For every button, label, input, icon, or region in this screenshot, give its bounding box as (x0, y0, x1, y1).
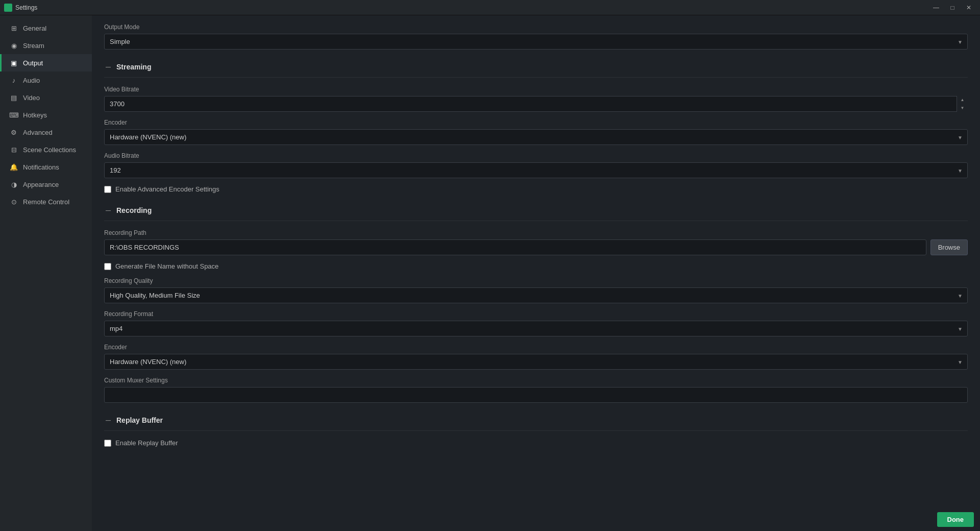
sidebar-icon-video: ▤ (10, 93, 18, 102)
sidebar-icon-notifications: 🔔 (10, 163, 18, 171)
sidebar-label-audio: Audio (23, 77, 40, 84)
video-bitrate-down[interactable]: ▼ (957, 104, 968, 112)
audio-bitrate-label: Audio Bitrate (104, 152, 968, 159)
sidebar-item-stream[interactable]: ◉ Stream (0, 37, 92, 54)
sidebar-item-appearance[interactable]: ◑ Appearance (0, 176, 92, 193)
sidebar-icon-advanced: ⚙ (10, 128, 18, 136)
sidebar-icon-stream: ◉ (10, 41, 18, 50)
sidebar-label-output: Output (23, 59, 43, 67)
recording-encoder-field: Encoder Hardware (NVENC) (new)Software (… (104, 344, 968, 370)
sidebar-icon-general: ⊞ (10, 24, 18, 32)
sidebar-item-remote-control[interactable]: ⊙ Remote Control (0, 193, 92, 210)
recording-encoder-label: Encoder (104, 344, 968, 351)
custom-muxer-label: Custom Muxer Settings (104, 377, 968, 384)
recording-path-label: Recording Path (104, 229, 968, 236)
audio-bitrate-wrapper: 192128160256320 ▼ (104, 162, 968, 178)
footer: Done (931, 508, 981, 531)
sidebar-icon-scene-collections: ⊟ (10, 146, 18, 154)
video-bitrate-label: Video Bitrate (104, 86, 968, 93)
sidebar-item-scene-collections[interactable]: ⊟ Scene Collections (0, 141, 92, 158)
close-button[interactable]: ✕ (962, 3, 976, 13)
output-mode-wrapper: SimpleAdvanced ▼ (104, 34, 968, 50)
enable-replay-checkbox[interactable] (104, 440, 111, 447)
recording-section: — Recording Recording Path Browse Genera… (104, 200, 968, 403)
replay-buffer-collapse-btn[interactable]: — (104, 416, 112, 424)
streaming-header: — Streaming (104, 57, 968, 78)
sidebar-label-advanced: Advanced (23, 129, 53, 136)
streaming-encoder-field: Encoder Hardware (NVENC) (new)Software (… (104, 119, 968, 145)
recording-path-input[interactable] (104, 239, 926, 255)
window-title: Settings (15, 4, 37, 11)
enable-advanced-label[interactable]: Enable Advanced Encoder Settings (115, 185, 219, 193)
streaming-encoder-select[interactable]: Hardware (NVENC) (new)Software (x264)Har… (104, 129, 968, 145)
sidebar-item-notifications[interactable]: 🔔 Notifications (0, 158, 92, 176)
svg-point-0 (6, 5, 11, 10)
streaming-encoder-wrapper: Hardware (NVENC) (new)Software (x264)Har… (104, 129, 968, 145)
sidebar-item-video[interactable]: ▤ Video (0, 89, 92, 106)
recording-format-field: Recording Format mp4mkvflvmovts ▼ (104, 310, 968, 336)
sidebar-item-advanced[interactable]: ⚙ Advanced (0, 124, 92, 141)
app-icon (4, 4, 12, 12)
replay-buffer-title: Replay Buffer (116, 416, 163, 424)
recording-path-field: Recording Path Browse (104, 229, 968, 255)
custom-muxer-input[interactable] (104, 387, 968, 403)
sidebar-label-video: Video (23, 94, 40, 102)
recording-format-select[interactable]: mp4mkvflvmovts (104, 321, 968, 336)
output-mode-section: Output Mode SimpleAdvanced ▼ (104, 23, 968, 50)
streaming-collapse-btn[interactable]: — (104, 63, 112, 71)
sidebar-label-remote-control: Remote Control (23, 198, 69, 206)
enable-replay-label[interactable]: Enable Replay Buffer (115, 439, 178, 447)
sidebar: ⊞ General ◉ Stream ▣ Output ♪ Audio ▤ Vi… (0, 15, 92, 531)
recording-encoder-select[interactable]: Hardware (NVENC) (new)Software (x264) (104, 354, 968, 370)
enable-replay-row: Enable Replay Buffer (104, 439, 968, 447)
sidebar-icon-output: ▣ (10, 59, 18, 67)
video-bitrate-spinners: ▲ ▼ (957, 96, 968, 112)
recording-quality-select[interactable]: High Quality, Medium File SizeLow Qualit… (104, 287, 968, 303)
generate-filename-label[interactable]: Generate File Name without Space (115, 262, 218, 270)
sidebar-icon-remote-control: ⊙ (10, 198, 18, 206)
minimize-button[interactable]: — (929, 3, 943, 13)
enable-advanced-checkbox[interactable] (104, 186, 111, 193)
browse-button[interactable]: Browse (930, 239, 968, 255)
sidebar-label-appearance: Appearance (23, 181, 59, 188)
recording-title: Recording (116, 206, 152, 214)
video-bitrate-wrapper: ▲ ▼ (104, 96, 968, 112)
app-body: ⊞ General ◉ Stream ▣ Output ♪ Audio ▤ Vi… (0, 15, 980, 531)
generate-filename-row: Generate File Name without Space (104, 262, 968, 270)
sidebar-icon-hotkeys: ⌨ (10, 111, 18, 119)
sidebar-icon-appearance: ◑ (10, 180, 18, 188)
sidebar-label-hotkeys: Hotkeys (23, 111, 47, 119)
sidebar-label-stream: Stream (23, 42, 44, 50)
recording-header: — Recording (104, 200, 968, 221)
done-button[interactable]: Done (937, 512, 974, 527)
output-mode-label: Output Mode (104, 23, 968, 31)
replay-buffer-section: — Replay Buffer Enable Replay Buffer (104, 410, 968, 447)
audio-bitrate-select[interactable]: 192128160256320 (104, 162, 968, 178)
recording-path-row: Browse (104, 239, 968, 255)
sidebar-item-output[interactable]: ▣ Output (0, 54, 92, 71)
replay-buffer-header: — Replay Buffer (104, 410, 968, 431)
enable-advanced-row: Enable Advanced Encoder Settings (104, 185, 968, 193)
sidebar-label-notifications: Notifications (23, 163, 59, 171)
streaming-encoder-label: Encoder (104, 119, 968, 126)
title-bar-left: Settings (4, 4, 37, 12)
sidebar-label-general: General (23, 25, 46, 32)
sidebar-item-hotkeys[interactable]: ⌨ Hotkeys (0, 106, 92, 124)
window-controls: — □ ✕ (929, 3, 976, 13)
sidebar-item-general[interactable]: ⊞ General (0, 19, 92, 37)
content-area: Output Mode SimpleAdvanced ▼ — Streaming… (92, 15, 980, 531)
maximize-button[interactable]: □ (945, 3, 960, 13)
recording-encoder-wrapper: Hardware (NVENC) (new)Software (x264) ▼ (104, 354, 968, 370)
custom-muxer-field: Custom Muxer Settings (104, 377, 968, 403)
generate-filename-checkbox[interactable] (104, 263, 111, 270)
video-bitrate-up[interactable]: ▲ (957, 96, 968, 104)
sidebar-item-audio[interactable]: ♪ Audio (0, 71, 92, 89)
recording-quality-field: Recording Quality High Quality, Medium F… (104, 277, 968, 303)
streaming-title: Streaming (116, 63, 151, 71)
streaming-section: — Streaming Video Bitrate ▲ ▼ Encoder (104, 57, 968, 193)
recording-collapse-btn[interactable]: — (104, 206, 112, 214)
output-mode-select[interactable]: SimpleAdvanced (104, 34, 968, 50)
title-bar: Settings — □ ✕ (0, 0, 980, 15)
video-bitrate-field: Video Bitrate ▲ ▼ (104, 86, 968, 112)
video-bitrate-input[interactable] (104, 96, 968, 112)
